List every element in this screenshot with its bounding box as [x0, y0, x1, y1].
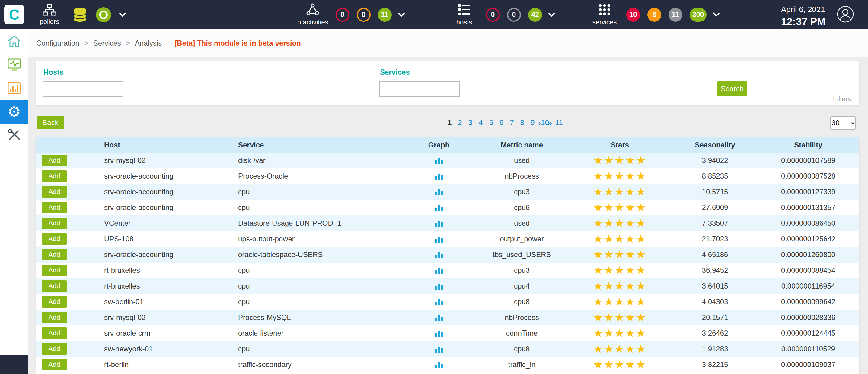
hosts-chevron-down-icon[interactable]: [548, 10, 555, 17]
page-number[interactable]: 8: [520, 118, 524, 127]
filters-toggle[interactable]: Filters: [833, 95, 851, 103]
sidebar-item-reporting[interactable]: [0, 77, 28, 100]
service-cell: cpu: [214, 297, 401, 306]
ba-chevron-down-icon[interactable]: [398, 10, 405, 17]
services-filter-input[interactable]: [379, 81, 460, 97]
host-cell: UPS-108: [81, 235, 214, 243]
table-row: Add srv-oracle-accounting Process-Oracle…: [36, 168, 859, 184]
pollers-label: pollers: [40, 18, 59, 26]
back-button[interactable]: Back: [37, 116, 64, 129]
next-page-icon[interactable]: ›: [538, 118, 541, 127]
column-stability: Stability: [757, 141, 859, 149]
host-cell: srv-oracle-accounting: [81, 251, 214, 259]
sidebar-item-home[interactable]: [0, 29, 28, 53]
page-number[interactable]: 5: [489, 118, 493, 127]
page-number[interactable]: 3: [468, 118, 472, 127]
column-graph: Graph: [401, 141, 476, 149]
page-size-select[interactable]: 30: [830, 116, 856, 130]
latency-ok-icon[interactable]: [96, 7, 111, 22]
metric-cell: connTime: [476, 329, 567, 338]
tools-icon: [7, 128, 21, 142]
graph-icon[interactable]: [434, 203, 443, 212]
graph-icon[interactable]: [434, 172, 443, 180]
hosts-down-badge[interactable]: 0: [486, 8, 500, 22]
stars-rating: ★★★★★: [567, 233, 673, 245]
page-number[interactable]: 11: [555, 118, 563, 127]
pollers-menu[interactable]: pollers: [35, 4, 64, 26]
add-button[interactable]: Add: [42, 249, 67, 260]
hosts-up-badge[interactable]: 42: [528, 8, 542, 22]
seasonality-cell: 1.91283: [673, 345, 757, 353]
add-button[interactable]: Add: [42, 202, 67, 213]
add-button[interactable]: Add: [42, 155, 67, 166]
pollers-chevron-down-icon[interactable]: [119, 10, 126, 17]
stability-cell: 0.000000124445: [757, 329, 859, 338]
breadcrumb-services[interactable]: Services: [93, 39, 121, 48]
page-number[interactable]: 9: [531, 118, 534, 127]
hosts-menu[interactable]: hosts: [450, 3, 479, 26]
services-icon: [598, 3, 611, 16]
host-cell: srv-mysql-02: [81, 156, 214, 165]
seasonality-cell: 8.85235: [673, 172, 757, 180]
sidebar-footer-toggle[interactable]: [0, 355, 28, 374]
graph-icon[interactable]: [434, 156, 443, 165]
page-number[interactable]: 1: [447, 118, 452, 127]
services-chevron-down-icon[interactable]: [713, 10, 720, 17]
page-number[interactable]: 4: [479, 118, 483, 127]
add-button[interactable]: Add: [42, 218, 67, 229]
page-number[interactable]: 2: [458, 118, 462, 127]
breadcrumb-analysis[interactable]: Analysis: [135, 39, 162, 48]
ba-ok-badge[interactable]: 11: [378, 8, 392, 22]
services-unknown-badge[interactable]: 11: [669, 8, 682, 22]
graph-icon[interactable]: [434, 329, 443, 338]
add-button[interactable]: Add: [42, 233, 67, 245]
stars-rating: ★★★★★: [567, 264, 673, 277]
seasonality-cell: 36.9452: [673, 266, 757, 275]
last-page-icon[interactable]: »: [547, 118, 552, 127]
add-button[interactable]: Add: [42, 359, 67, 370]
service-cell: Datastore-Usage-LUN-PROD_1: [214, 219, 401, 228]
add-button[interactable]: Add: [42, 343, 67, 355]
metric-cell: cpu3: [476, 266, 567, 275]
ba-critical-badge[interactable]: 0: [336, 8, 349, 22]
centreon-logo[interactable]: C: [4, 4, 24, 25]
hosts-filter-input[interactable]: [43, 81, 123, 97]
add-button[interactable]: Add: [42, 170, 67, 182]
page-number[interactable]: 7: [510, 118, 514, 127]
ba-menu[interactable]: b.activities: [297, 3, 329, 26]
add-button[interactable]: Add: [42, 265, 67, 276]
add-button[interactable]: Add: [42, 327, 67, 339]
table-row: Add rt-bruxelles cpu cpu4 ★★★★★ 3.64015 …: [36, 278, 859, 294]
sidebar-item-configuration[interactable]: ⚙: [0, 100, 28, 123]
user-profile-icon[interactable]: [837, 5, 854, 23]
graph-icon[interactable]: [434, 235, 443, 243]
host-cell: srv-oracle-accounting: [81, 188, 214, 196]
seasonality-cell: 7.33507: [673, 219, 757, 228]
add-button[interactable]: Add: [42, 296, 67, 308]
services-menu[interactable]: services: [590, 3, 619, 26]
graph-icon[interactable]: [434, 361, 443, 369]
hosts-unreachable-badge[interactable]: 0: [507, 8, 521, 22]
graph-icon[interactable]: [434, 345, 443, 353]
graph-icon[interactable]: [434, 313, 443, 322]
page-number[interactable]: 6: [499, 118, 503, 127]
add-button[interactable]: Add: [42, 186, 67, 198]
graph-icon[interactable]: [434, 266, 443, 275]
search-button[interactable]: Search: [717, 81, 747, 96]
graph-icon[interactable]: [434, 297, 443, 306]
services-warning-badge[interactable]: 8: [647, 8, 661, 22]
database-status-icon[interactable]: [73, 7, 87, 22]
sidebar-item-monitoring[interactable]: [0, 53, 28, 77]
add-button[interactable]: Add: [42, 312, 67, 323]
graph-icon[interactable]: [434, 282, 443, 290]
services-ok-badge[interactable]: 300: [690, 8, 707, 22]
graph-icon[interactable]: [434, 188, 443, 196]
services-critical-badge[interactable]: 10: [626, 8, 640, 22]
add-button[interactable]: Add: [42, 280, 67, 292]
breadcrumb-configuration[interactable]: Configuration: [36, 39, 80, 48]
graph-icon[interactable]: [434, 251, 443, 259]
sidebar-item-administration[interactable]: [0, 123, 28, 147]
ba-warning-badge[interactable]: 0: [357, 8, 371, 22]
graph-icon[interactable]: [434, 219, 443, 228]
host-cell: VCenter: [81, 219, 214, 228]
